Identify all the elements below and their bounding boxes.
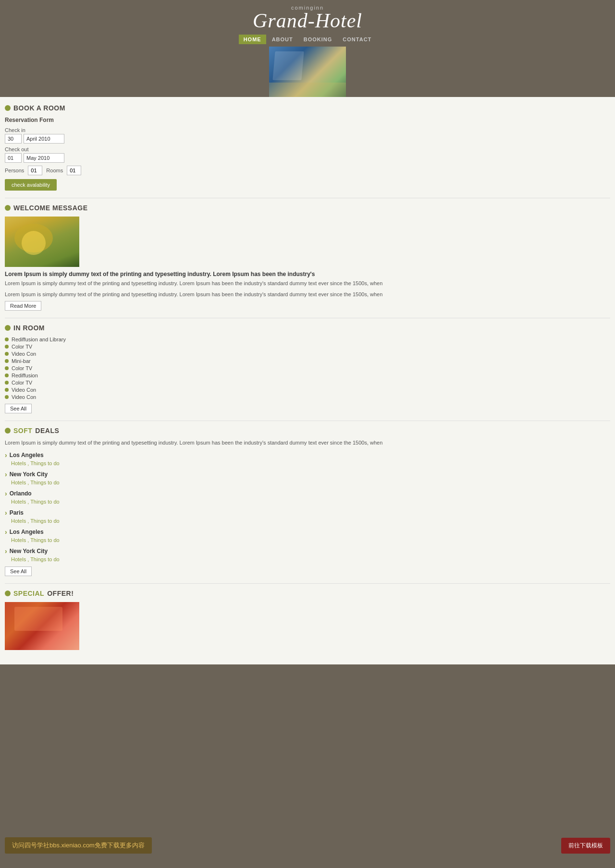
divider-2: [5, 318, 610, 318]
deal-link[interactable]: Hotels , Things to do: [11, 499, 60, 505]
deals-list: Los AngelesHotels , Things to doNew York…: [5, 451, 610, 563]
deal-city: Los Angeles: [5, 528, 610, 536]
logo-area: cominginn Grand-Hotel: [0, 5, 615, 31]
deal-city: Los Angeles: [5, 451, 610, 459]
in-room-heading: IN ROOM: [5, 324, 610, 332]
list-item: Video Con: [5, 387, 610, 393]
deal-city: Orlando: [5, 490, 610, 497]
persons-rooms-row: Persons Rooms: [5, 166, 610, 175]
deal-item: ParisHotels , Things to do: [5, 509, 610, 524]
list-item: Color TV: [5, 365, 610, 371]
check-out-inputs: [5, 153, 610, 163]
logo-grand: Grand-Hotel: [253, 11, 362, 31]
rooms-input[interactable]: [67, 166, 81, 175]
check-out-day[interactable]: [5, 153, 22, 163]
check-out-label: Check out: [5, 146, 610, 152]
deal-item: Los AngelesHotels , Things to do: [5, 528, 610, 543]
heading-bullet: [5, 105, 11, 111]
list-item: Mini-bar: [5, 358, 610, 364]
persons-input[interactable]: [28, 166, 42, 175]
deal-item: OrlandoHotels , Things to do: [5, 490, 610, 505]
check-availability-button[interactable]: check avalability: [5, 179, 57, 191]
list-item: Video Con: [5, 394, 610, 400]
room-amenities-list: Rediffusion and LibraryColor TVVideo Con…: [5, 337, 610, 400]
heading-bullet: [5, 205, 11, 211]
deal-item: New York CityHotels , Things to do: [5, 547, 610, 563]
list-item: Video Con: [5, 351, 610, 357]
welcome-text-1: Lorem Ipsum is simply dummy text of the …: [5, 279, 610, 288]
welcome-text-2: Lorem Ipsum is simply dummy text of the …: [5, 290, 610, 299]
divider-3: [5, 421, 610, 421]
deal-item: New York CityHotels , Things to do: [5, 470, 610, 486]
special-offer-image: [5, 602, 79, 650]
special-offer-section: SPECIAL OFFER!: [5, 590, 610, 650]
deal-item: Los AngelesHotels , Things to do: [5, 451, 610, 467]
special-offer-heading: SPECIAL OFFER!: [5, 590, 610, 597]
deal-link[interactable]: Hotels , Things to do: [11, 518, 60, 524]
deal-link[interactable]: Hotels , Things to do: [11, 460, 60, 466]
soft-deals-section: SOFT DEALS Lorem Ipsum is simply dummy t…: [5, 427, 610, 576]
list-item: Rediffusion: [5, 373, 610, 378]
check-in-month[interactable]: [24, 134, 64, 144]
list-item: Color TV: [5, 380, 610, 386]
main-content: BOOK A ROOM Reservation Form Check in Ch…: [0, 97, 615, 664]
deal-link[interactable]: Hotels , Things to do: [11, 537, 60, 543]
deal-link[interactable]: Hotels , Things to do: [11, 556, 60, 562]
welcome-heading: WELCOME MESSAGE: [5, 204, 610, 212]
book-room-section: BOOK A ROOM Reservation Form Check in Ch…: [5, 104, 610, 191]
welcome-image: [5, 217, 79, 267]
check-in-label: Check in: [5, 127, 610, 133]
read-more-button[interactable]: Read More: [5, 301, 41, 311]
deal-city: Paris: [5, 509, 610, 517]
check-in-inputs: [5, 134, 610, 144]
deal-city: New York City: [5, 547, 610, 555]
in-room-see-all-button[interactable]: See All: [5, 404, 32, 413]
nav-booking[interactable]: BOOKING: [299, 35, 337, 44]
deals-intro-text: Lorem Ipsum is simply dummy text of the …: [5, 439, 610, 446]
hero-banner: [0, 47, 615, 97]
heading-bullet: [5, 428, 11, 434]
check-out-row: Check out: [5, 146, 610, 163]
heading-bullet: [5, 591, 11, 596]
book-room-heading: BOOK A ROOM: [5, 104, 610, 112]
header: cominginn Grand-Hotel HOME ABOUT BOOKING…: [0, 0, 615, 97]
soft-deals-heading: SOFT DEALS: [5, 427, 610, 434]
welcome-text-bold: Lorem Ipsum is simply dummy text of the …: [5, 271, 610, 277]
reservation-title: Reservation Form: [5, 117, 610, 123]
deal-link[interactable]: Hotels , Things to do: [11, 480, 60, 485]
check-in-row: Check in: [5, 127, 610, 144]
deals-see-all-button[interactable]: See All: [5, 567, 32, 576]
persons-label: Persons: [5, 168, 24, 173]
check-in-day[interactable]: [5, 134, 22, 144]
deal-city: New York City: [5, 470, 610, 478]
main-nav: HOME ABOUT BOOKING CONTACT: [0, 35, 615, 44]
welcome-section: WELCOME MESSAGE Lorem Ipsum is simply du…: [5, 204, 610, 311]
divider-1: [5, 198, 610, 198]
check-out-month[interactable]: [24, 153, 64, 163]
rooms-label: Rooms: [46, 168, 63, 173]
divider-4: [5, 583, 610, 584]
nav-about[interactable]: ABOUT: [267, 35, 298, 44]
heading-bullet: [5, 325, 11, 331]
in-room-section: IN ROOM Rediffusion and LibraryColor TVV…: [5, 324, 610, 413]
nav-contact[interactable]: CONTACT: [338, 35, 376, 44]
hero-image: [269, 47, 346, 97]
nav-home[interactable]: HOME: [239, 35, 266, 44]
list-item: Rediffusion and Library: [5, 337, 610, 342]
list-item: Color TV: [5, 344, 610, 350]
